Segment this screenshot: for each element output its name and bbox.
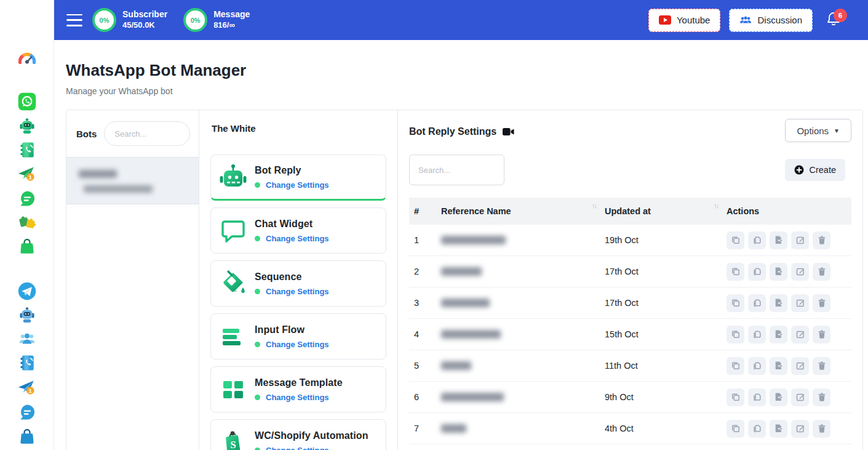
telegram-broadcast-icon[interactable]: 1: [17, 377, 38, 398]
create-button[interactable]: Create: [785, 159, 845, 181]
copy-button[interactable]: [727, 357, 744, 375]
delete-button[interactable]: [813, 326, 830, 344]
col-header-num: #: [410, 206, 439, 216]
duplicate-button[interactable]: [748, 231, 766, 249]
status-dot: [255, 342, 260, 347]
change-settings-link[interactable]: Change Settings: [266, 234, 329, 243]
edit-button[interactable]: [791, 294, 809, 312]
menu-toggle-icon[interactable]: [66, 14, 82, 26]
export-button[interactable]: [770, 420, 787, 438]
copy-button[interactable]: [727, 388, 744, 406]
setting-card-message-template[interactable]: Message Template Change Settings: [210, 366, 386, 412]
setting-name: Sequence: [255, 271, 329, 283]
copy-button[interactable]: [727, 263, 744, 281]
top-header: 0% Subscriber 45/50.0K 0% Message 816/∞ …: [54, 0, 868, 40]
edit-button[interactable]: [791, 326, 809, 344]
export-button[interactable]: [770, 357, 787, 375]
row-num: 5: [410, 361, 439, 371]
dashboard-gauge-icon[interactable]: [17, 49, 38, 70]
reply-search-input[interactable]: [409, 155, 504, 185]
delete-button[interactable]: [813, 231, 830, 249]
whatsapp-broadcast-icon[interactable]: 1: [17, 164, 38, 185]
video-camera-icon[interactable]: [503, 127, 514, 136]
delete-button[interactable]: [813, 388, 830, 406]
change-settings-link[interactable]: Change Settings: [266, 180, 329, 190]
whatsapp-contacts-icon[interactable]: [17, 140, 38, 161]
edit-button[interactable]: [791, 231, 809, 249]
whatsapp-bot-icon[interactable]: [17, 116, 38, 137]
delete-button[interactable]: [813, 294, 830, 312]
svg-text:1: 1: [29, 387, 33, 394]
copy-button[interactable]: [727, 420, 744, 438]
duplicate-button[interactable]: [748, 263, 766, 281]
sort-icon[interactable]: ↑↓: [592, 202, 596, 209]
col-header-updated[interactable]: Updated at ↑↓: [602, 206, 724, 216]
change-settings-link[interactable]: Change Settings: [266, 393, 329, 402]
change-settings-link[interactable]: Change Settings: [266, 446, 329, 450]
export-button[interactable]: [770, 231, 787, 249]
reference-name-redacted: [441, 267, 482, 276]
export-button[interactable]: [770, 388, 787, 406]
telegram-icon[interactable]: [17, 281, 38, 302]
table-header-row: # Reference Name ↑↓ Updated at ↑↓ Action…: [409, 198, 851, 225]
telegram-chat-icon[interactable]: [17, 402, 38, 423]
message-percent: 0%: [191, 17, 201, 24]
telegram-groups-icon[interactable]: [17, 329, 38, 350]
telegram-contacts-icon[interactable]: [17, 353, 38, 374]
whatsapp-chat-icon[interactable]: [17, 188, 38, 209]
table-row: 2 17th Oct: [409, 256, 851, 287]
youtube-icon: [659, 15, 671, 25]
notifications-bell[interactable]: 6: [826, 11, 841, 30]
setting-card-input-flow[interactable]: Input Flow Change Settings: [210, 313, 386, 360]
export-button[interactable]: [770, 263, 787, 281]
message-value: 816/∞: [213, 20, 250, 31]
whatsapp-store-icon[interactable]: [17, 236, 38, 257]
plus-circle-icon: [794, 165, 804, 175]
message-label: Message: [213, 9, 250, 20]
copy-button[interactable]: [727, 326, 744, 344]
duplicate-button[interactable]: [748, 294, 766, 312]
bot-list-item-selected[interactable]: [66, 157, 199, 204]
status-dot: [255, 448, 260, 450]
copy-button[interactable]: [727, 294, 744, 312]
svg-text:1: 1: [29, 174, 33, 180]
setting-card-chat-widget[interactable]: Chat Widget Change Settings: [210, 207, 386, 254]
reply-settings-table: # Reference Name ↑↓ Updated at ↑↓ Action…: [409, 198, 851, 450]
integrations-puzzle-icon[interactable]: [17, 212, 38, 233]
edit-button[interactable]: [791, 388, 809, 406]
edit-button[interactable]: [791, 263, 809, 281]
col-header-reference[interactable]: Reference Name ↑↓: [439, 206, 602, 216]
change-settings-link[interactable]: Change Settings: [266, 287, 329, 296]
options-dropdown-button[interactable]: Options ▼: [785, 119, 851, 142]
reference-name-redacted: [441, 361, 471, 370]
delete-button[interactable]: [813, 420, 830, 438]
bot-reply-icon: [218, 163, 248, 192]
youtube-button[interactable]: Youtube: [648, 9, 721, 32]
duplicate-button[interactable]: [748, 388, 766, 406]
shopify-icon: S: [218, 428, 248, 450]
export-button[interactable]: [770, 294, 787, 312]
updated-at: 4th Oct: [602, 424, 724, 433]
setting-card-bot-reply[interactable]: Bot Reply Change Settings: [210, 155, 386, 201]
whatsapp-icon[interactable]: [17, 91, 38, 112]
delete-button[interactable]: [813, 263, 830, 281]
delete-button[interactable]: [813, 357, 830, 375]
duplicate-button[interactable]: [748, 420, 766, 438]
setting-card-sequence[interactable]: Sequence Change Settings: [210, 260, 386, 307]
edit-button[interactable]: [791, 357, 809, 375]
telegram-store-icon[interactable]: [17, 427, 38, 448]
change-settings-link[interactable]: Change Settings: [266, 340, 329, 349]
setting-card-shopify-automation[interactable]: S WC/Shopify Automation Change Settings: [210, 419, 386, 450]
edit-button[interactable]: [791, 420, 809, 438]
export-button[interactable]: [770, 326, 787, 344]
sort-icon[interactable]: ↑↓: [714, 202, 718, 209]
duplicate-button[interactable]: [748, 326, 766, 344]
telegram-bot-icon[interactable]: [17, 305, 38, 326]
row-num: 1: [410, 235, 439, 245]
copy-button[interactable]: [727, 231, 744, 249]
bots-panel: Bots: [66, 110, 199, 450]
discussion-button[interactable]: Discussion: [729, 9, 813, 32]
table-row: 7 4th Oct: [409, 413, 851, 444]
bots-search-input[interactable]: [104, 121, 190, 146]
duplicate-button[interactable]: [748, 357, 766, 375]
